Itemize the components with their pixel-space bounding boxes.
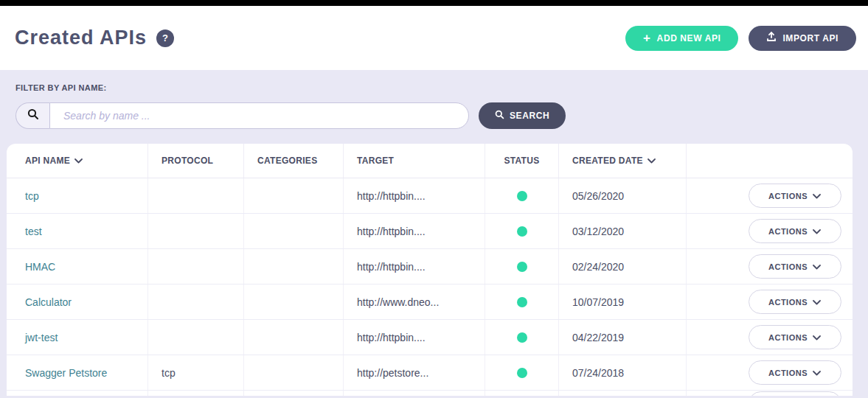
target-value: http://httpbin....	[357, 332, 426, 343]
status-cell	[485, 178, 558, 213]
created-date-cell: 05/26/2020	[558, 178, 686, 213]
plus-icon: +	[643, 32, 651, 44]
status-active-dot	[517, 368, 527, 378]
created-date-cell: 03/12/2020	[558, 214, 686, 248]
status-active-dot	[517, 297, 527, 307]
add-new-api-label: ADD NEW API	[657, 33, 721, 43]
column-header-label: CREATED DATE	[572, 156, 643, 166]
column-header-target: TARGET	[343, 144, 485, 178]
table-row: jwt-test http://httpbin.... 04/22/2019 A…	[7, 320, 853, 355]
column-header-categories: CATEGORIES	[243, 144, 343, 178]
search-row: SEARCH	[15, 102, 868, 129]
top-window-bar	[0, 0, 868, 6]
page-title: Created APIs	[15, 27, 147, 49]
import-api-button[interactable]: IMPORT API	[749, 26, 856, 51]
column-header-status: STATUS	[485, 144, 558, 178]
table-row: Calculator http://www.dneo... 10/07/2019…	[7, 284, 853, 320]
target-cell: http://httpbin....	[343, 214, 485, 248]
protocol-value: tcp	[162, 367, 176, 379]
actions-button[interactable]: ACTIONS	[749, 290, 841, 314]
protocol-cell	[147, 320, 243, 355]
categories-cell	[243, 355, 343, 390]
created-date-cell: 04/22/2019	[558, 320, 686, 355]
chevron-down-icon	[813, 369, 821, 377]
actions-cell: ACTIONS	[686, 284, 853, 319]
actions-button[interactable]: ACTIONS	[749, 325, 841, 349]
status-cell	[485, 320, 558, 355]
status-active-dot	[517, 191, 527, 201]
actions-button[interactable]: ACTIONS	[749, 219, 841, 243]
chevron-down-icon	[647, 156, 656, 166]
status-cell	[485, 214, 558, 248]
actions-cell: ACTIONS	[686, 249, 853, 284]
api-name-link[interactable]: test	[25, 226, 42, 237]
chevron-down-icon	[813, 192, 821, 200]
protocol-cell	[147, 214, 243, 248]
column-header-protocol: PROTOCOL	[147, 144, 243, 178]
api-name-link[interactable]: jwt-test	[25, 332, 58, 343]
column-header-label: API NAME	[25, 156, 70, 166]
actions-button-label: ACTIONS	[768, 333, 808, 342]
created-date-value: 03/12/2020	[572, 226, 624, 237]
api-name-link[interactable]: Swagger Petstore	[25, 367, 107, 379]
protocol-cell	[147, 178, 243, 213]
actions-button[interactable]: ACTIONS	[749, 360, 841, 385]
created-date-value: 04/22/2019	[572, 332, 624, 343]
categories-cell	[243, 214, 343, 248]
table-body: tcp http://httpbin.... 05/26/2020 ACTION…	[7, 178, 853, 391]
categories-cell	[243, 320, 343, 355]
search-button-icon	[495, 110, 504, 122]
status-cell	[485, 284, 558, 319]
api-name-cell: Swagger Petstore	[7, 355, 147, 390]
table-row: tcp http://httpbin.... 05/26/2020 ACTION…	[7, 178, 853, 214]
actions-button-label: ACTIONS	[768, 298, 808, 307]
column-header-label: STATUS	[504, 156, 539, 166]
actions-button-label: ACTIONS	[768, 262, 808, 271]
created-date-value: 10/07/2019	[572, 296, 624, 308]
api-name-link[interactable]: tcp	[25, 190, 39, 202]
target-value: http://www.dneo...	[357, 296, 439, 308]
actions-button[interactable]: ACTIONS	[749, 254, 841, 279]
created-date-cell: 10/07/2019	[558, 284, 686, 319]
status-cell	[485, 249, 558, 284]
protocol-cell	[147, 249, 243, 284]
import-api-label: IMPORT API	[782, 33, 839, 43]
help-icon[interactable]: ?	[156, 29, 174, 47]
actions-cell: ACTIONS	[686, 320, 853, 355]
target-value: http://httpbin....	[357, 226, 426, 237]
created-date-cell: 02/24/2020	[558, 249, 686, 284]
target-cell: http://petstore...	[343, 355, 485, 390]
created-date-value: 07/24/2018	[572, 367, 624, 379]
column-header-label: TARGET	[357, 156, 394, 166]
search-button-label: SEARCH	[510, 111, 549, 121]
question-mark-glyph: ?	[162, 32, 168, 43]
add-new-api-button[interactable]: + ADD NEW API	[625, 26, 738, 51]
actions-button-label: ACTIONS	[768, 192, 808, 200]
api-name-cell: test	[7, 214, 147, 248]
created-date-value: 05/26/2020	[572, 190, 624, 202]
target-cell: http://www.dneo...	[343, 284, 485, 319]
table-header-row: API NAME PROTOCOL CATEGORIES TARGET STAT…	[7, 144, 853, 178]
actions-cell: ACTIONS	[686, 214, 853, 248]
chevron-down-icon	[813, 262, 821, 271]
categories-cell	[243, 249, 343, 284]
search-icon	[27, 108, 39, 123]
search-button[interactable]: SEARCH	[479, 102, 566, 129]
search-input[interactable]	[49, 102, 469, 129]
actions-button[interactable]: ACTIONS	[749, 184, 841, 208]
api-name-link[interactable]: Calculator	[25, 296, 72, 308]
created-date-value: 02/24/2020	[572, 261, 624, 273]
actions-cell: ACTIONS	[686, 178, 853, 213]
upload-icon	[766, 32, 777, 44]
column-header-api-name[interactable]: API NAME	[7, 144, 147, 178]
target-value: http://petstore...	[357, 367, 428, 379]
actions-button[interactable]	[749, 391, 841, 396]
api-name-link[interactable]: HMAC	[25, 261, 55, 273]
column-header-created-date[interactable]: CREATED DATE	[558, 144, 686, 178]
actions-button-label: ACTIONS	[768, 227, 808, 236]
column-header-label: CATEGORIES	[257, 156, 317, 166]
actions-cell: ACTIONS	[686, 355, 853, 390]
chevron-down-icon	[813, 333, 821, 342]
table-row: Swagger Petstore tcp http://petstore... …	[7, 355, 853, 391]
api-name-cell: jwt-test	[7, 320, 147, 355]
